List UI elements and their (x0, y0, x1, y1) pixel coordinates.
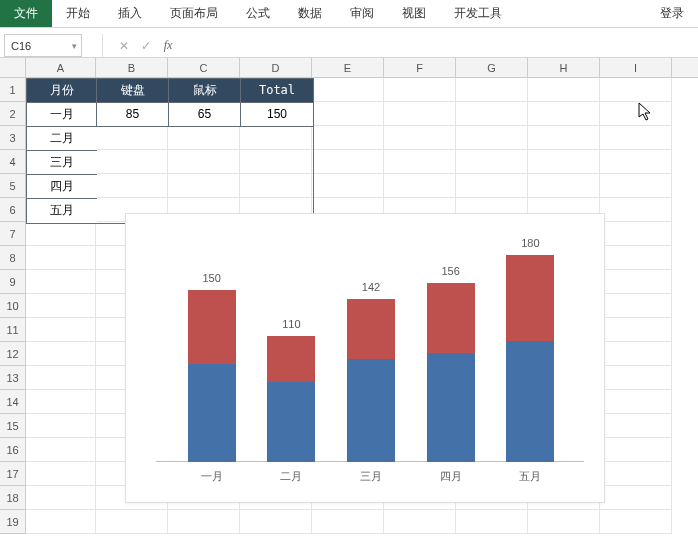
ribbon-tab-insert[interactable]: 插入 (104, 0, 156, 27)
col-header[interactable]: C (168, 58, 240, 77)
ribbon-tab-view[interactable]: 视图 (388, 0, 440, 27)
row-header[interactable]: 5 (0, 174, 26, 198)
ribbon-tab-home[interactable]: 开始 (52, 0, 104, 27)
ribbon-tab-developer[interactable]: 开发工具 (440, 0, 516, 27)
cell[interactable] (26, 414, 96, 438)
cell[interactable] (600, 102, 672, 126)
row-header[interactable]: 8 (0, 246, 26, 270)
col-header[interactable]: E (312, 58, 384, 77)
cell[interactable] (312, 102, 384, 126)
row-header[interactable]: 16 (0, 438, 26, 462)
cell[interactable] (384, 78, 456, 102)
cell[interactable] (600, 198, 672, 222)
cell[interactable] (312, 150, 384, 174)
cell[interactable] (600, 366, 672, 390)
cancel-icon[interactable]: ✕ (113, 39, 135, 53)
row-header[interactable]: 12 (0, 342, 26, 366)
cell[interactable] (384, 150, 456, 174)
cell[interactable] (600, 246, 672, 270)
cell[interactable] (384, 126, 456, 150)
cell[interactable] (600, 462, 672, 486)
cell[interactable] (600, 222, 672, 246)
cell[interactable] (312, 174, 384, 198)
row-header[interactable]: 13 (0, 366, 26, 390)
cell[interactable] (312, 126, 384, 150)
cell[interactable] (600, 510, 672, 534)
cell[interactable] (240, 510, 312, 534)
ribbon-tab-data[interactable]: 数据 (284, 0, 336, 27)
cell[interactable] (528, 78, 600, 102)
cell[interactable] (528, 126, 600, 150)
col-header[interactable]: F (384, 58, 456, 77)
col-header[interactable]: D (240, 58, 312, 77)
ribbon-tab-layout[interactable]: 页面布局 (156, 0, 232, 27)
row-header[interactable]: 3 (0, 126, 26, 150)
name-box[interactable]: C16 (4, 34, 82, 57)
row-header[interactable]: 2 (0, 102, 26, 126)
cell[interactable] (456, 174, 528, 198)
cell[interactable] (600, 294, 672, 318)
cell[interactable] (600, 414, 672, 438)
cell[interactable] (600, 78, 672, 102)
cell[interactable] (600, 318, 672, 342)
cell[interactable] (26, 294, 96, 318)
cell[interactable] (26, 246, 96, 270)
cell[interactable] (26, 222, 96, 246)
row-header[interactable]: 7 (0, 222, 26, 246)
row-header[interactable]: 9 (0, 270, 26, 294)
cell[interactable] (384, 174, 456, 198)
formula-input[interactable] (189, 34, 698, 57)
ribbon-tab-review[interactable]: 审阅 (336, 0, 388, 27)
cell[interactable] (528, 174, 600, 198)
row-header[interactable]: 6 (0, 198, 26, 222)
fx-icon[interactable]: fx (157, 38, 179, 53)
cell[interactable] (384, 510, 456, 534)
cell[interactable] (26, 318, 96, 342)
cell[interactable] (168, 510, 240, 534)
stacked-bar-chart[interactable]: 150110142156180 一月二月三月四月五月 (125, 213, 605, 503)
cell[interactable] (26, 438, 96, 462)
cell[interactable] (26, 510, 96, 534)
cell[interactable] (456, 126, 528, 150)
cell[interactable] (600, 342, 672, 366)
row-header[interactable]: 14 (0, 390, 26, 414)
cell[interactable] (528, 102, 600, 126)
row-header[interactable]: 18 (0, 486, 26, 510)
cell[interactable] (600, 174, 672, 198)
cell[interactable] (26, 462, 96, 486)
cell[interactable] (26, 390, 96, 414)
cell[interactable] (456, 102, 528, 126)
spreadsheet-grid[interactable]: A B C D E F G H I 1234567891011121314151… (0, 58, 698, 534)
ribbon-tab-file[interactable]: 文件 (0, 0, 52, 27)
cell[interactable] (312, 78, 384, 102)
ribbon-tab-formulas[interactable]: 公式 (232, 0, 284, 27)
cell[interactable] (600, 390, 672, 414)
row-header[interactable]: 17 (0, 462, 26, 486)
select-all-corner[interactable] (0, 58, 26, 77)
cell[interactable] (26, 366, 96, 390)
col-header[interactable]: I (600, 58, 672, 77)
cell[interactable] (528, 510, 600, 534)
cell[interactable] (96, 510, 168, 534)
cell[interactable] (600, 486, 672, 510)
cell[interactable] (456, 150, 528, 174)
cell[interactable] (600, 150, 672, 174)
cell[interactable] (600, 126, 672, 150)
row-header[interactable]: 15 (0, 414, 26, 438)
cell[interactable] (312, 510, 384, 534)
cell[interactable] (26, 270, 96, 294)
cell[interactable] (456, 78, 528, 102)
col-header[interactable]: B (96, 58, 168, 77)
cell[interactable] (600, 438, 672, 462)
login-link[interactable]: 登录 (646, 0, 698, 27)
cell[interactable] (26, 486, 96, 510)
row-header[interactable]: 19 (0, 510, 26, 534)
cell[interactable] (456, 510, 528, 534)
row-header[interactable]: 1 (0, 78, 26, 102)
confirm-icon[interactable]: ✓ (135, 39, 157, 53)
cell[interactable] (528, 150, 600, 174)
cell[interactable] (600, 270, 672, 294)
row-header[interactable]: 11 (0, 318, 26, 342)
cell[interactable] (384, 102, 456, 126)
row-header[interactable]: 4 (0, 150, 26, 174)
